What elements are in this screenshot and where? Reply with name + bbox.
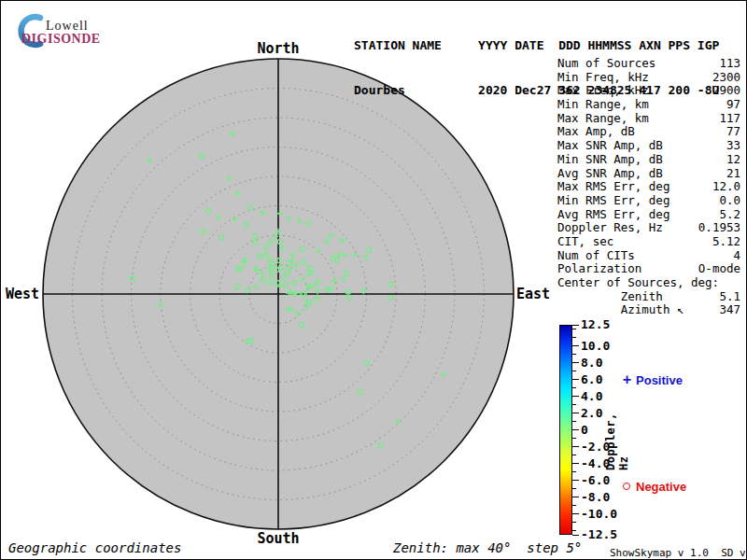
stat-row: Zenith5.1	[557, 290, 740, 304]
colorbar-minor-tick	[572, 329, 576, 329]
colorbar-tick-label: 6.0	[581, 372, 622, 386]
lowell-digisonde-logo: Lowell DIGISONDE	[8, 7, 130, 49]
stat-value: 12	[726, 153, 740, 167]
colorbar-minor-tick	[572, 530, 576, 531]
stat-row: Avg SNR Amp, dB21	[557, 167, 740, 181]
colorbar-major-tick	[572, 513, 579, 514]
software-version-label: ShowSkymap v 1.0 SD v 5.1	[610, 547, 747, 559]
colorbar-minor-tick	[572, 354, 576, 355]
stat-row: Center of Sources, deg:	[557, 276, 740, 290]
stat-label: Polarization	[557, 262, 641, 276]
stat-row: Avg RMS Err, deg5.2	[557, 208, 740, 222]
stat-label: Azimuth ↖	[557, 303, 684, 317]
doppler-colorbar-title: Doppler, Hz	[604, 403, 630, 470]
colorbar-minor-tick	[572, 404, 576, 405]
legend-positive: +Positive	[623, 371, 683, 388]
stat-value: 5.1	[719, 290, 740, 304]
colorbar-minor-tick	[572, 421, 576, 422]
stat-label: Min RMS Err, deg	[557, 194, 669, 208]
colorbar-major-tick	[572, 535, 579, 536]
colorbar-major-tick	[572, 325, 579, 326]
stat-row: Num of CITs4	[557, 249, 740, 263]
stat-label: Min Freq, kHz	[557, 71, 649, 85]
stat-row: PolarizationO-mode	[557, 262, 740, 276]
legend-positive-label: Positive	[636, 373, 683, 387]
stat-label: Max RMS Err, deg	[557, 180, 669, 194]
legend-negative: Negative	[623, 480, 686, 494]
header-columns: STATION NAME YYYY DATE DDD HHMMSS AXN PP…	[354, 38, 719, 53]
stat-value: 2900	[712, 84, 740, 98]
coordinates-mode-label: Geographic coordinates	[8, 540, 181, 555]
stat-row: Max SNR Amp, dB33	[557, 139, 740, 153]
stat-row: Min RMS Err, deg0.0	[557, 194, 740, 208]
stat-label: Max SNR Amp, dB	[557, 139, 663, 153]
stat-label: Avg RMS Err, deg	[557, 208, 669, 222]
stat-value: 0.1953	[698, 221, 740, 235]
stat-value: 12.0	[712, 180, 740, 194]
stat-value: 21	[726, 167, 740, 181]
stat-label: Center of Sources, deg:	[557, 276, 719, 290]
colorbar-major-tick	[572, 446, 579, 447]
stat-value: 347	[719, 303, 740, 317]
stat-label: Doppler Res, Hz	[557, 221, 663, 235]
stat-row: Max Range, km117	[557, 112, 740, 126]
stat-row: Min Freq, kHz2300	[557, 71, 740, 85]
colorbar-tick-label: 4.0	[581, 389, 622, 403]
colorbar-major-tick	[572, 345, 579, 346]
colorbar-tick-label: -10.0	[581, 507, 622, 521]
stat-value: 113	[719, 57, 740, 71]
stat-label: Avg SNR Amp, dB	[557, 167, 663, 181]
doppler-colorbar	[559, 325, 572, 535]
stat-row: CIT, sec5.12	[557, 235, 740, 249]
legend-negative-label: Negative	[636, 480, 686, 494]
colorbar-minor-tick	[572, 505, 576, 506]
skymap-window: Lowell DIGISONDE STATION NAME YYYY DATE …	[0, 0, 747, 560]
colorbar-major-tick	[572, 413, 579, 413]
stat-value: 2300	[712, 71, 740, 85]
colorbar-minor-tick	[572, 387, 576, 388]
colorbar-tick-label: -12.5	[581, 527, 622, 541]
colorbar-tick-label: 12.5	[581, 317, 622, 331]
stat-label: Num of CITs	[557, 249, 635, 263]
colorbar-minor-tick	[572, 488, 576, 489]
stat-value: 117	[719, 112, 740, 126]
stat-row: Max RMS Err, deg12.0	[557, 180, 740, 194]
compass-west-label: West	[1, 286, 39, 302]
stat-value: 33	[726, 139, 740, 153]
stat-row: Azimuth ↖347	[557, 303, 740, 317]
stat-value: 77	[726, 125, 740, 139]
stat-row: Num of Sources113	[557, 57, 740, 71]
colorbar-major-tick	[572, 429, 579, 430]
logo-digisonde-text: DIGISONDE	[21, 32, 101, 47]
colorbar-major-tick	[572, 497, 579, 497]
stat-label: Min Range, km	[557, 98, 649, 112]
colorbar-minor-tick	[572, 371, 576, 371]
stat-value: 0.0	[719, 194, 740, 208]
stat-label: Min SNR Amp, dB	[557, 153, 663, 167]
plus-marker-icon: +	[623, 371, 631, 388]
stat-label: Max Range, km	[557, 112, 649, 126]
colorbar-major-tick	[572, 362, 579, 363]
colorbar-tick-label: 10.0	[581, 339, 622, 353]
colorbar-minor-tick	[572, 337, 576, 338]
stat-label: CIT, sec	[557, 235, 613, 249]
measurement-stats-panel: Num of Sources113Min Freq, kHz2300Max Fr…	[557, 57, 740, 317]
stat-row: Max Amp, dB77	[557, 125, 740, 139]
colorbar-major-tick	[572, 480, 579, 481]
stat-value: 5.12	[712, 235, 740, 249]
stat-label: Num of Sources	[557, 57, 655, 71]
colorbar-tick-label: -8.0	[581, 490, 622, 504]
stat-label: Zenith	[557, 290, 663, 304]
colorbar-minor-tick	[572, 522, 576, 523]
circle-marker-icon	[623, 483, 630, 490]
stat-label: Max Amp, dB	[557, 125, 635, 139]
stat-value: 5.2	[719, 208, 740, 222]
stat-row: Doppler Res, Hz0.1953	[557, 221, 740, 235]
stat-row: Min Range, km97	[557, 98, 740, 112]
stat-label: Max Freq, kHz	[557, 84, 649, 98]
colorbar-minor-tick	[572, 438, 576, 439]
colorbar-minor-tick	[572, 471, 576, 472]
zenith-scale-label: Zenith: max 40° step 5°	[393, 540, 582, 555]
compass-south-label: South	[250, 530, 306, 547]
stat-row: Min SNR Amp, dB12	[557, 153, 740, 167]
